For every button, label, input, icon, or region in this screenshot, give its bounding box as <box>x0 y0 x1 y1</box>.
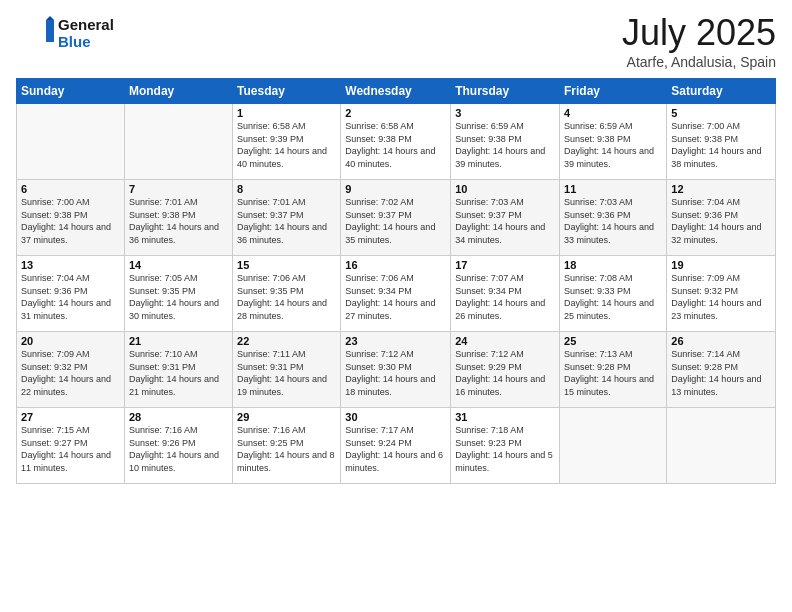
day-info: Sunrise: 7:01 AMSunset: 9:38 PMDaylight:… <box>129 196 228 246</box>
day-info: Sunrise: 7:06 AMSunset: 9:34 PMDaylight:… <box>345 272 446 322</box>
calendar-cell: 4Sunrise: 6:59 AMSunset: 9:38 PMDaylight… <box>560 104 667 180</box>
header: General Blue July 2025 Atarfe, Andalusia… <box>16 12 776 70</box>
calendar-header-row: SundayMondayTuesdayWednesdayThursdayFrid… <box>17 79 776 104</box>
day-info: Sunrise: 7:02 AMSunset: 9:37 PMDaylight:… <box>345 196 446 246</box>
calendar-cell: 31Sunrise: 7:18 AMSunset: 9:23 PMDayligh… <box>451 408 560 484</box>
day-number: 6 <box>21 183 120 195</box>
calendar-cell: 8Sunrise: 7:01 AMSunset: 9:37 PMDaylight… <box>233 180 341 256</box>
day-info: Sunrise: 6:59 AMSunset: 9:38 PMDaylight:… <box>455 120 555 170</box>
day-info: Sunrise: 7:12 AMSunset: 9:29 PMDaylight:… <box>455 348 555 398</box>
day-number: 3 <box>455 107 555 119</box>
calendar-cell: 3Sunrise: 6:59 AMSunset: 9:38 PMDaylight… <box>451 104 560 180</box>
calendar-cell: 13Sunrise: 7:04 AMSunset: 9:36 PMDayligh… <box>17 256 125 332</box>
weekday-header: Sunday <box>17 79 125 104</box>
calendar-cell: 20Sunrise: 7:09 AMSunset: 9:32 PMDayligh… <box>17 332 125 408</box>
calendar-cell: 23Sunrise: 7:12 AMSunset: 9:30 PMDayligh… <box>341 332 451 408</box>
day-number: 15 <box>237 259 336 271</box>
day-number: 22 <box>237 335 336 347</box>
calendar-cell <box>560 408 667 484</box>
location: Atarfe, Andalusia, Spain <box>622 54 776 70</box>
calendar-week-row: 6Sunrise: 7:00 AMSunset: 9:38 PMDaylight… <box>17 180 776 256</box>
calendar-cell <box>124 104 232 180</box>
calendar-cell: 19Sunrise: 7:09 AMSunset: 9:32 PMDayligh… <box>667 256 776 332</box>
calendar-week-row: 20Sunrise: 7:09 AMSunset: 9:32 PMDayligh… <box>17 332 776 408</box>
weekday-header: Tuesday <box>233 79 341 104</box>
calendar-cell: 28Sunrise: 7:16 AMSunset: 9:26 PMDayligh… <box>124 408 232 484</box>
svg-marker-1 <box>46 16 54 20</box>
day-info: Sunrise: 7:04 AMSunset: 9:36 PMDaylight:… <box>671 196 771 246</box>
day-number: 29 <box>237 411 336 423</box>
calendar-cell: 18Sunrise: 7:08 AMSunset: 9:33 PMDayligh… <box>560 256 667 332</box>
calendar-cell <box>667 408 776 484</box>
calendar-cell: 10Sunrise: 7:03 AMSunset: 9:37 PMDayligh… <box>451 180 560 256</box>
calendar-cell: 24Sunrise: 7:12 AMSunset: 9:29 PMDayligh… <box>451 332 560 408</box>
day-number: 20 <box>21 335 120 347</box>
day-info: Sunrise: 7:03 AMSunset: 9:36 PMDaylight:… <box>564 196 662 246</box>
calendar-cell: 21Sunrise: 7:10 AMSunset: 9:31 PMDayligh… <box>124 332 232 408</box>
day-info: Sunrise: 7:15 AMSunset: 9:27 PMDaylight:… <box>21 424 120 474</box>
calendar-table: SundayMondayTuesdayWednesdayThursdayFrid… <box>16 78 776 484</box>
day-info: Sunrise: 7:13 AMSunset: 9:28 PMDaylight:… <box>564 348 662 398</box>
day-info: Sunrise: 7:01 AMSunset: 9:37 PMDaylight:… <box>237 196 336 246</box>
calendar-cell: 7Sunrise: 7:01 AMSunset: 9:38 PMDaylight… <box>124 180 232 256</box>
calendar-cell: 14Sunrise: 7:05 AMSunset: 9:35 PMDayligh… <box>124 256 232 332</box>
calendar-week-row: 1Sunrise: 6:58 AMSunset: 9:39 PMDaylight… <box>17 104 776 180</box>
day-number: 11 <box>564 183 662 195</box>
calendar-cell: 26Sunrise: 7:14 AMSunset: 9:28 PMDayligh… <box>667 332 776 408</box>
calendar-cell: 29Sunrise: 7:16 AMSunset: 9:25 PMDayligh… <box>233 408 341 484</box>
day-number: 25 <box>564 335 662 347</box>
day-number: 21 <box>129 335 228 347</box>
day-info: Sunrise: 7:17 AMSunset: 9:24 PMDaylight:… <box>345 424 446 474</box>
day-number: 16 <box>345 259 446 271</box>
day-info: Sunrise: 7:05 AMSunset: 9:35 PMDaylight:… <box>129 272 228 322</box>
calendar-cell: 30Sunrise: 7:17 AMSunset: 9:24 PMDayligh… <box>341 408 451 484</box>
day-info: Sunrise: 7:18 AMSunset: 9:23 PMDaylight:… <box>455 424 555 474</box>
day-info: Sunrise: 7:10 AMSunset: 9:31 PMDaylight:… <box>129 348 228 398</box>
day-number: 1 <box>237 107 336 119</box>
logo-general: General <box>58 16 114 33</box>
weekday-header: Saturday <box>667 79 776 104</box>
day-info: Sunrise: 7:07 AMSunset: 9:34 PMDaylight:… <box>455 272 555 322</box>
day-number: 10 <box>455 183 555 195</box>
calendar-cell: 27Sunrise: 7:15 AMSunset: 9:27 PMDayligh… <box>17 408 125 484</box>
calendar-week-row: 13Sunrise: 7:04 AMSunset: 9:36 PMDayligh… <box>17 256 776 332</box>
day-number: 23 <box>345 335 446 347</box>
day-info: Sunrise: 7:09 AMSunset: 9:32 PMDaylight:… <box>671 272 771 322</box>
calendar-cell: 6Sunrise: 7:00 AMSunset: 9:38 PMDaylight… <box>17 180 125 256</box>
logo-icon <box>16 12 54 50</box>
day-info: Sunrise: 7:12 AMSunset: 9:30 PMDaylight:… <box>345 348 446 398</box>
weekday-header: Wednesday <box>341 79 451 104</box>
day-info: Sunrise: 7:00 AMSunset: 9:38 PMDaylight:… <box>671 120 771 170</box>
day-number: 31 <box>455 411 555 423</box>
calendar-cell: 2Sunrise: 6:58 AMSunset: 9:38 PMDaylight… <box>341 104 451 180</box>
weekday-header: Monday <box>124 79 232 104</box>
day-info: Sunrise: 7:06 AMSunset: 9:35 PMDaylight:… <box>237 272 336 322</box>
day-number: 2 <box>345 107 446 119</box>
day-info: Sunrise: 6:58 AMSunset: 9:38 PMDaylight:… <box>345 120 446 170</box>
day-number: 26 <box>671 335 771 347</box>
day-info: Sunrise: 7:09 AMSunset: 9:32 PMDaylight:… <box>21 348 120 398</box>
calendar-cell: 25Sunrise: 7:13 AMSunset: 9:28 PMDayligh… <box>560 332 667 408</box>
calendar-cell: 9Sunrise: 7:02 AMSunset: 9:37 PMDaylight… <box>341 180 451 256</box>
weekday-header: Friday <box>560 79 667 104</box>
day-number: 5 <box>671 107 771 119</box>
day-number: 30 <box>345 411 446 423</box>
day-info: Sunrise: 6:58 AMSunset: 9:39 PMDaylight:… <box>237 120 336 170</box>
day-number: 28 <box>129 411 228 423</box>
day-number: 9 <box>345 183 446 195</box>
month-title: July 2025 <box>622 12 776 54</box>
logo-blue: Blue <box>58 33 114 50</box>
day-info: Sunrise: 7:04 AMSunset: 9:36 PMDaylight:… <box>21 272 120 322</box>
day-number: 13 <box>21 259 120 271</box>
day-number: 7 <box>129 183 228 195</box>
day-number: 8 <box>237 183 336 195</box>
calendar-cell: 17Sunrise: 7:07 AMSunset: 9:34 PMDayligh… <box>451 256 560 332</box>
day-info: Sunrise: 7:03 AMSunset: 9:37 PMDaylight:… <box>455 196 555 246</box>
calendar-cell: 11Sunrise: 7:03 AMSunset: 9:36 PMDayligh… <box>560 180 667 256</box>
calendar-cell: 12Sunrise: 7:04 AMSunset: 9:36 PMDayligh… <box>667 180 776 256</box>
calendar-cell: 1Sunrise: 6:58 AMSunset: 9:39 PMDaylight… <box>233 104 341 180</box>
calendar-cell: 15Sunrise: 7:06 AMSunset: 9:35 PMDayligh… <box>233 256 341 332</box>
calendar-cell: 16Sunrise: 7:06 AMSunset: 9:34 PMDayligh… <box>341 256 451 332</box>
day-number: 27 <box>21 411 120 423</box>
day-info: Sunrise: 7:08 AMSunset: 9:33 PMDaylight:… <box>564 272 662 322</box>
